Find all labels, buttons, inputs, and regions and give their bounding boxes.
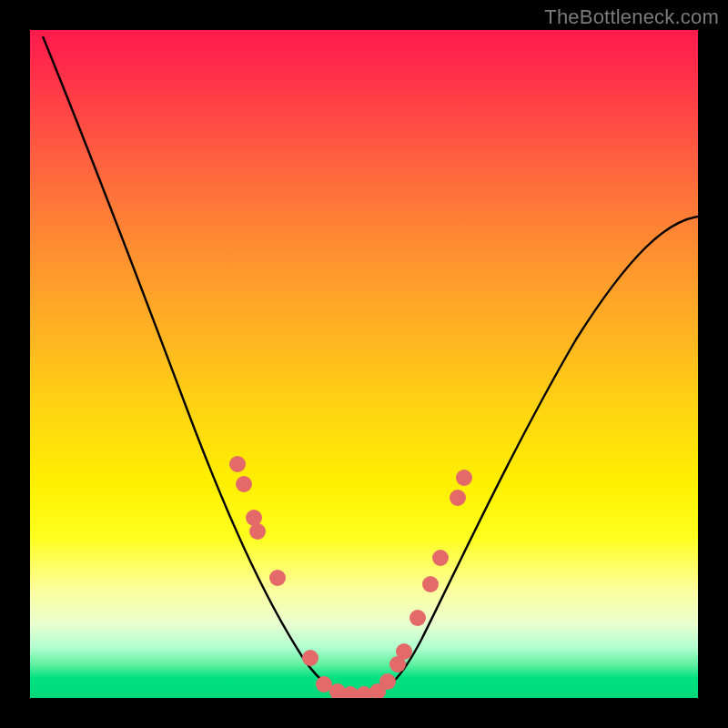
data-marker [450,490,466,506]
plot-area [30,30,698,698]
data-marker [269,570,286,586]
data-marker [379,673,396,690]
data-marker [396,643,412,660]
data-marker [229,456,246,472]
data-marker [302,650,318,666]
curve-svg [30,30,698,698]
data-marker [422,576,439,592]
watermark-label: TheBottleneck.com [544,5,719,29]
data-marker [432,550,449,566]
bottleneck-curve [43,36,698,696]
data-marker [236,476,252,492]
data-marker [456,470,472,486]
data-marker [410,610,426,626]
data-marker [249,523,266,540]
chart-frame: TheBottleneck.com [0,0,728,728]
